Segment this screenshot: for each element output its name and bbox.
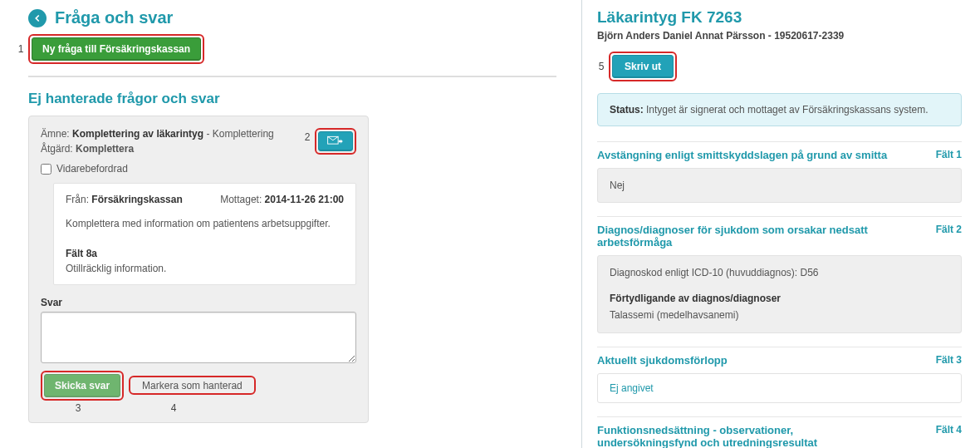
section-badge: Fält 2	[936, 224, 962, 235]
section-title: Aktuellt sjukdomsförlopp	[597, 354, 728, 367]
action-line: Åtgärd: Komplettera	[41, 143, 274, 155]
section-badge: Fält 4	[936, 424, 962, 436]
section-title: Funktionsnedsättning - observationer, un…	[597, 424, 896, 448]
annotation-3: 3	[41, 402, 115, 414]
subject-line: Ämne: Komplettering av läkarintyg - Komp…	[41, 128, 274, 140]
qa-card: Ämne: Komplettering av läkarintyg - Komp…	[28, 116, 369, 423]
section-header: Diagnos/diagnoser för sjukdom som orsaka…	[597, 216, 962, 249]
send-reply-button[interactable]: Skicka svar	[44, 374, 120, 397]
page-title: Fråga och svar	[55, 8, 173, 27]
mark-handled-button[interactable]: Markera som hanterad	[132, 375, 252, 396]
section-header: Aktuellt sjukdomsförlopp Fält 3	[597, 347, 962, 367]
mail-forward-icon	[327, 135, 344, 147]
section-title: Avstängning enligt smittskyddslagen på g…	[597, 149, 887, 161]
section-body: Nej	[597, 168, 962, 203]
sub-heading: Ej hanterade frågor och svar	[28, 91, 556, 107]
forward-mail-button[interactable]	[318, 131, 353, 151]
message-field-label: Fält 8a	[66, 248, 344, 259]
annotation-4: 4	[115, 402, 232, 414]
annotation-5: 5	[597, 61, 605, 72]
reply-textarea[interactable]	[41, 312, 356, 363]
message-field-text: Otillräcklig information.	[66, 263, 344, 274]
forwarded-checkbox[interactable]: Vidarebefordrad	[41, 163, 356, 175]
divider	[28, 76, 556, 77]
print-button[interactable]: Skriv ut	[612, 55, 674, 78]
section-header: Funktionsnedsättning - observationer, un…	[597, 416, 962, 448]
status-box: Status: Intyget är signerat och mottaget…	[597, 93, 962, 126]
message-box: Från: Försäkringskassan Mottaget: 2014-1…	[53, 183, 356, 285]
patient-info: Björn Anders Daniel Annat Pärsson - 1952…	[597, 30, 962, 42]
annotation-2: 2	[303, 131, 311, 143]
forwarded-checkbox-input[interactable]	[41, 164, 51, 175]
message-body: Komplettera med information om patienten…	[66, 217, 344, 231]
section-header: Avstängning enligt smittskyddslagen på g…	[597, 141, 962, 161]
reply-label: Svar	[41, 297, 356, 308]
certificate-title: Läkarintyg FK 7263	[597, 8, 962, 27]
annotation-1: 1	[17, 43, 25, 55]
section-title: Diagnos/diagnoser för sjukdom som orsaka…	[597, 224, 896, 249]
section-badge: Fält 3	[936, 354, 962, 366]
section-badge: Fält 1	[936, 149, 962, 160]
back-icon[interactable]	[28, 9, 47, 27]
new-question-button[interactable]: Ny fråga till Försäkringskassan	[32, 37, 201, 61]
section-body-empty: Ej angivet	[597, 373, 962, 403]
section-body: Diagnoskod enligt ICD-10 (huvuddiagnos):…	[597, 255, 962, 332]
